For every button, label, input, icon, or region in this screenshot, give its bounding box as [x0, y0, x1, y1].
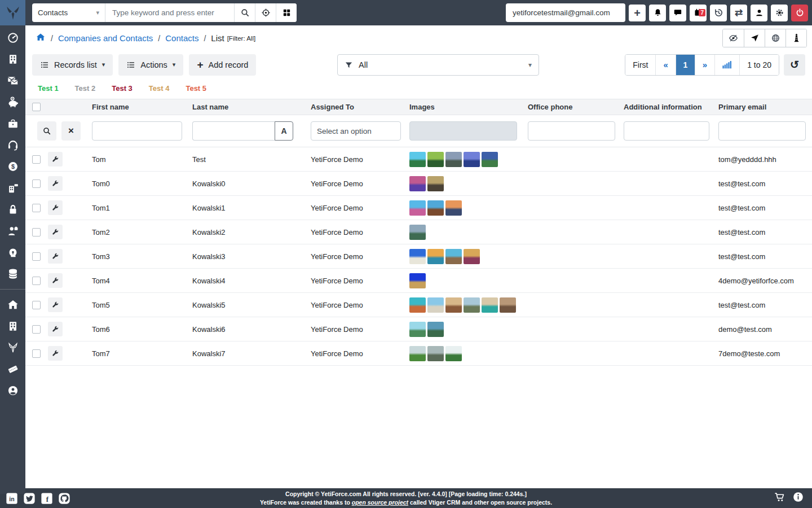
- image-thumbnail[interactable]: [409, 249, 426, 264]
- image-thumbnail[interactable]: [427, 249, 444, 264]
- sidebar-item-tickets[interactable]: [7, 363, 19, 375]
- table-row[interactable]: Tom3 Kowalski3 YetiForce Demo test@test.…: [25, 244, 812, 269]
- sidebar-item-hr[interactable]: [7, 225, 19, 237]
- image-thumbnail[interactable]: [464, 249, 480, 264]
- row-edit-button[interactable]: [48, 322, 63, 336]
- goto-record-button[interactable]: [255, 3, 276, 22]
- image-thumbnail[interactable]: [409, 346, 426, 361]
- linkedin-link[interactable]: in: [6, 492, 18, 505]
- search-assigned-to-select[interactable]: Select an option: [311, 121, 401, 141]
- table-row[interactable]: Tom Test YetiForce Demo tom@yedddd.hhh: [25, 147, 812, 172]
- image-thumbnail[interactable]: [409, 176, 426, 191]
- open-source-project-link[interactable]: open source project: [352, 499, 408, 506]
- image-thumbnail[interactable]: [409, 273, 426, 288]
- sidebar-item-home[interactable]: [7, 299, 19, 311]
- row-edit-button[interactable]: [48, 176, 63, 191]
- github-link[interactable]: [58, 492, 70, 505]
- records-list-button[interactable]: Records list ▾: [32, 54, 113, 76]
- table-row[interactable]: Tom5 Kowalski5 YetiForce Demo test@test.…: [25, 293, 812, 317]
- table-row[interactable]: Tom0 Kowalski0 YetiForce Demo test@test.…: [25, 172, 812, 196]
- search-primary-email-input[interactable]: [718, 121, 806, 141]
- image-thumbnail[interactable]: [500, 297, 516, 313]
- search-office-phone-input[interactable]: [528, 121, 615, 141]
- image-thumbnail[interactable]: [427, 200, 444, 216]
- breadcrumb-home-link[interactable]: [36, 32, 46, 45]
- switch-users-button[interactable]: ⇄: [730, 5, 747, 21]
- row-checkbox[interactable]: [32, 325, 41, 334]
- calendar-button[interactable]: 7: [690, 5, 707, 21]
- row-checkbox[interactable]: [32, 204, 41, 212]
- keyword-search-input[interactable]: [105, 3, 234, 22]
- image-thumbnail[interactable]: [427, 152, 444, 167]
- notifications-button[interactable]: [649, 5, 666, 21]
- row-edit-button[interactable]: [48, 297, 63, 312]
- filter-select[interactable]: All ▾: [337, 54, 539, 76]
- image-thumbnail[interactable]: [409, 225, 426, 240]
- image-thumbnail[interactable]: [445, 346, 462, 361]
- row-checkbox[interactable]: [32, 252, 41, 261]
- sidebar-item-projects[interactable]: [7, 117, 19, 130]
- image-thumbnail[interactable]: [464, 152, 480, 167]
- pagination-first-button[interactable]: First: [625, 55, 655, 75]
- image-thumbnail[interactable]: [427, 346, 444, 361]
- image-thumbnail[interactable]: [445, 200, 462, 216]
- pagination-count-button[interactable]: [714, 55, 739, 75]
- show-hidden-records-button[interactable]: [723, 29, 744, 47]
- sidebar-item-companies[interactable]: [7, 53, 19, 65]
- column-header-office-phone[interactable]: Office phone: [528, 103, 624, 111]
- case-sensitive-toggle[interactable]: A: [275, 121, 293, 141]
- send-notifications-button[interactable]: [744, 29, 765, 47]
- info-button[interactable]: [792, 491, 804, 505]
- email-field[interactable]: [506, 3, 625, 22]
- image-thumbnail[interactable]: [409, 200, 426, 216]
- row-checkbox[interactable]: [32, 277, 41, 285]
- tab-test-5[interactable]: Test 5: [186, 84, 206, 93]
- table-row[interactable]: Tom6 Kowalski6 YetiForce Demo demo@test.…: [25, 317, 812, 341]
- row-edit-button[interactable]: [48, 152, 63, 167]
- web-service-button[interactable]: [765, 29, 785, 47]
- column-header-additional-information[interactable]: Additional information: [624, 103, 718, 111]
- shop-button[interactable]: [774, 491, 785, 505]
- row-checkbox[interactable]: [32, 349, 41, 358]
- sidebar-item-support[interactable]: [7, 139, 19, 151]
- sidebar-item-logistics[interactable]: [7, 182, 19, 194]
- clear-search-button[interactable]: ×: [61, 121, 81, 141]
- logout-button[interactable]: [791, 5, 808, 21]
- sidebar-item-company-detail[interactable]: [7, 320, 19, 332]
- module-select[interactable]: Contacts ▾: [32, 3, 105, 22]
- row-checkbox[interactable]: [32, 228, 41, 237]
- image-thumbnail[interactable]: [445, 297, 462, 313]
- breadcrumb-link-contacts[interactable]: Contacts: [165, 33, 198, 43]
- twitter-link[interactable]: [23, 492, 36, 505]
- row-checkbox[interactable]: [32, 155, 41, 164]
- search-last-name-input[interactable]: [192, 121, 275, 141]
- image-thumbnail[interactable]: [445, 152, 462, 167]
- table-row[interactable]: Tom2 Kowalski2 YetiForce Demo test@test.…: [25, 220, 812, 244]
- image-thumbnail[interactable]: [427, 297, 444, 313]
- table-row[interactable]: Tom7 Kowalski7 YetiForce Demo 7demo@test…: [25, 341, 812, 366]
- sidebar-item-knowledge[interactable]: [7, 246, 19, 259]
- sidebar-item-mail[interactable]: [7, 75, 19, 87]
- quick-create-button[interactable]: +: [629, 5, 646, 21]
- row-checkbox[interactable]: [32, 179, 41, 188]
- pagination-next-button[interactable]: »: [695, 55, 714, 75]
- image-thumbnail[interactable]: [427, 322, 444, 337]
- image-thumbnail[interactable]: [482, 152, 498, 167]
- tab-test-3[interactable]: Test 3: [112, 84, 133, 93]
- row-checkbox[interactable]: [32, 301, 41, 309]
- select-all-checkbox[interactable]: [32, 103, 41, 111]
- add-record-button[interactable]: + Add record: [189, 54, 256, 76]
- search-button[interactable]: [234, 3, 255, 22]
- row-edit-button[interactable]: [48, 273, 63, 288]
- image-thumbnail[interactable]: [409, 322, 426, 337]
- row-edit-button[interactable]: [48, 249, 63, 264]
- sidebar-item-security[interactable]: [7, 203, 19, 216]
- sidebar-item-sales[interactable]: [7, 96, 19, 108]
- settings-button[interactable]: [771, 5, 788, 21]
- image-thumbnail[interactable]: [445, 249, 462, 264]
- row-edit-button[interactable]: [48, 346, 63, 361]
- sidebar-item-databases[interactable]: [7, 268, 19, 280]
- column-header-first-name[interactable]: First name: [92, 103, 192, 111]
- watchdog-button[interactable]: [785, 29, 806, 47]
- table-row[interactable]: Tom1 Kowalski1 YetiForce Demo test@test.…: [25, 196, 812, 220]
